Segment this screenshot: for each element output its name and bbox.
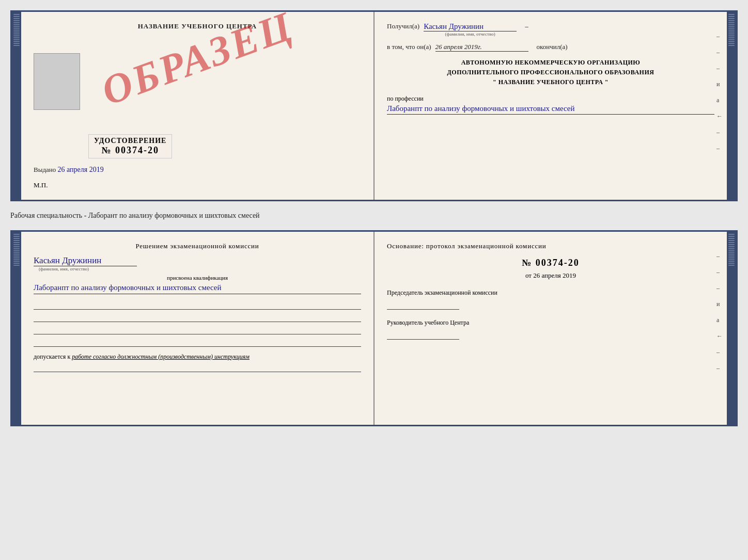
- udostoverenie-number: № 00374-20: [94, 145, 166, 156]
- poluchil-value: Касьян Дружинин: [424, 22, 517, 31]
- vydano-date: 26 апреля 2019: [58, 166, 104, 173]
- poluchil-row: Получил(а) Касьян Дружинин (фамилия, имя…: [387, 22, 714, 37]
- middle-text: Рабочая специальность - Лаборант по анал…: [10, 207, 738, 224]
- dash-separator: –: [525, 22, 528, 30]
- dopuskaetsya-label: допускается к: [34, 353, 70, 360]
- predsedatel-line: [387, 299, 459, 310]
- okonchil-label: окончил(а): [537, 43, 568, 51]
- fio-small-top: (фамилия, имя, отчество): [445, 31, 495, 37]
- bottom-right-panel: Основание: протокол экзаменационной коми…: [375, 232, 727, 425]
- vydano-line: Выдано 26 апреля 2019: [34, 166, 104, 174]
- profession-value: Лаборанпт по анализу формовочных и шихто…: [387, 103, 714, 115]
- org-line2: ДОПОЛНИТЕЛЬНОГО ПРОФЕССИОНАЛЬНОГО ОБРАЗО…: [387, 68, 714, 77]
- bottom-lines: [34, 301, 361, 347]
- bottom-right-side-dashes: – – – и а ← – –: [716, 252, 723, 372]
- spine-right-bottom: [727, 232, 736, 425]
- ot-date-value: 26 апреля 2019: [533, 271, 576, 279]
- ot-label: от: [525, 271, 532, 279]
- fio-small-bottom: (фамилия, имя, отчество): [39, 266, 89, 271]
- vydano-label: Выдано: [34, 166, 56, 173]
- org-line3: " НАЗВАНИЕ УЧЕБНОГО ЦЕНТРА ": [387, 77, 714, 87]
- predsedatel-block: Председатель экзаменационной комиссии: [387, 288, 714, 310]
- top-right-panel: Получил(а) Касьян Дружинин (фамилия, имя…: [375, 12, 727, 200]
- rukovoditel-label: Руководитель учебного Центра: [387, 318, 714, 327]
- rukovoditel-block: Руководитель учебного Центра: [387, 318, 714, 340]
- kval-value: Лаборанпт по анализу формовочных и шихто…: [34, 282, 361, 294]
- name-row: Касьян Дружинин (фамилия, имя, отчество): [34, 255, 361, 271]
- profession-block: по профессии Лаборанпт по анализу формов…: [387, 95, 714, 115]
- top-document: НАЗВАНИЕ УЧЕБНОГО ЦЕНТРА ОБРАЗЕЦ УДОСТОВ…: [10, 10, 738, 201]
- resheniye-title: Решением экзаменационной комиссии: [34, 242, 361, 250]
- rukovoditel-line: [387, 329, 459, 340]
- spine-right: [727, 12, 736, 200]
- bottom-number: № 00374-20: [387, 258, 714, 268]
- page-container: НАЗВАНИЕ УЧЕБНОГО ЦЕНТРА ОБРАЗЕЦ УДОСТОВ…: [10, 10, 738, 426]
- ot-date-row: от 26 апреля 2019: [387, 271, 714, 280]
- dopusk-text: работе согласно должностным (производств…: [72, 353, 250, 360]
- right-side-dashes: – – – и а ← – –: [716, 33, 723, 152]
- dopusk-block: допускается к работе согласно должностны…: [34, 353, 361, 361]
- poluchil-label: Получил(а): [387, 22, 419, 30]
- bottom-document: Решением экзаменационной комиссии Касьян…: [10, 230, 738, 426]
- osnovaniye-title: Основание: протокол экзаменационной коми…: [387, 242, 714, 250]
- mp-label: М.П.: [34, 181, 48, 189]
- prisvoena-label: присвоена квалификация: [34, 275, 361, 281]
- org-block: АВТОНОМНУЮ НЕКОММЕРЧЕСКУЮ ОРГАНИЗАЦИЮ ДО…: [387, 58, 714, 88]
- spine-left: [12, 12, 21, 200]
- spine-left-bottom: [12, 232, 21, 425]
- top-left-panel: НАЗВАНИЕ УЧЕБНОГО ЦЕНТРА ОБРАЗЕЦ УДОСТОВ…: [21, 12, 375, 200]
- org-line1: АВТОНОМНУЮ НЕКОММЕРЧЕСКУЮ ОРГАНИЗАЦИЮ: [387, 58, 714, 68]
- vtom-row: в том, что он(а) 26 апреля 2019г. окончи…: [387, 43, 714, 52]
- photo-placeholder: [34, 53, 80, 110]
- top-left-title: НАЗВАНИЕ УЧЕБНОГО ЦЕНТРА: [34, 22, 361, 30]
- name-value: Касьян Дружинин: [34, 255, 137, 266]
- vtom-label: в том, что он(а): [387, 43, 431, 51]
- po-professii-label: по профессии: [387, 95, 714, 103]
- predsedatel-label: Председатель экзаменационной комиссии: [387, 288, 714, 297]
- udostoverenie-label: УДОСТОВЕРЕНИЕ: [94, 137, 166, 145]
- vtom-date: 26 апреля 2019г.: [435, 43, 528, 52]
- bottom-left-panel: Решением экзаменационной комиссии Касьян…: [21, 232, 375, 425]
